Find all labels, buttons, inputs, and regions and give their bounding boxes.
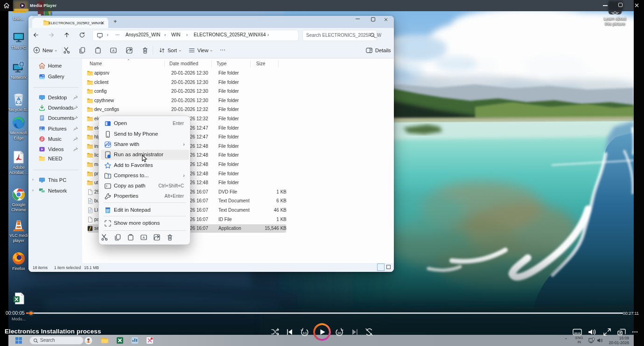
svg-text:30: 30 <box>337 331 342 335</box>
svg-text:A: A <box>142 235 145 240</box>
svg-text:A: A <box>112 48 114 53</box>
svg-text:10: 10 <box>303 331 307 335</box>
